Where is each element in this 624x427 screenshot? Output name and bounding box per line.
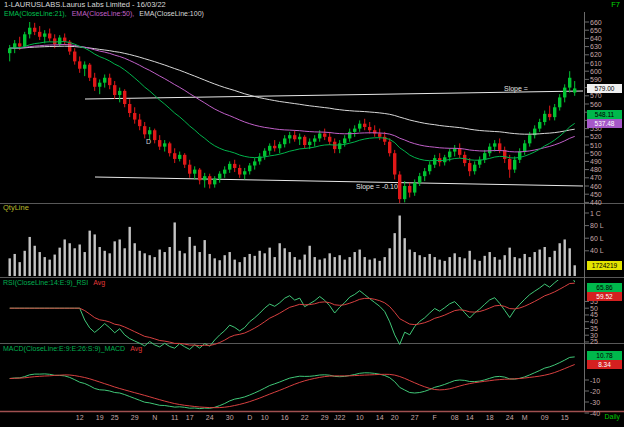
candle-body	[243, 171, 246, 174]
candle-body	[143, 126, 146, 134]
price-tick-label: 560	[590, 101, 602, 108]
date-tick-label: 25	[111, 414, 119, 421]
volume-bar	[404, 238, 406, 276]
candle-body	[293, 135, 296, 139]
lower-trendline	[95, 177, 583, 186]
volume-bar	[299, 260, 301, 276]
volume-bar	[39, 252, 41, 276]
date-tick-label: 09	[541, 414, 549, 421]
candle-body	[178, 155, 181, 159]
candle-body	[288, 135, 291, 138]
upper-trendline-slope-label: Slope =	[504, 85, 528, 93]
volume-bar	[429, 254, 431, 276]
volume-bar	[409, 250, 411, 276]
date-tick-label: 24	[506, 414, 514, 421]
volume-bar	[59, 248, 61, 276]
candle-body	[553, 107, 556, 117]
candle-body	[573, 88, 576, 92]
candle-body	[208, 176, 211, 184]
candle-body	[413, 183, 416, 193]
macd-line-group	[10, 357, 575, 409]
price-tick-label: 470	[590, 174, 602, 181]
volume-bar	[539, 250, 541, 276]
volume-bar	[234, 260, 236, 276]
volume-bar	[559, 243, 561, 276]
candle-body	[248, 166, 251, 172]
volume-bar	[499, 260, 501, 276]
volume-bar	[154, 257, 156, 276]
volume-bar	[179, 251, 181, 276]
volume-bar	[249, 254, 251, 276]
candle-body	[58, 38, 61, 45]
volume-bar	[319, 260, 321, 276]
macd-label: MACD(CloseLine:E:9:E:26:S:9)_MACD	[3, 345, 125, 352]
candle-body	[273, 146, 276, 148]
volume-bar	[544, 247, 546, 276]
date-tick-label: 11	[171, 414, 178, 421]
candle-body	[428, 165, 431, 172]
candle-body	[398, 175, 401, 200]
date-tick-label: 20	[391, 414, 399, 421]
chart-canvas[interactable]: 6606506406306206106005905805705605505405…	[0, 0, 624, 427]
event-marker-d: D	[146, 138, 151, 146]
candle-body	[513, 160, 516, 170]
rsi-panel-labels: RSI(CloseLine:14:E:9)_RSIAvg	[3, 279, 105, 287]
candle-body	[388, 142, 391, 153]
macd-panel-labels: MACD(CloseLine:E:9:E:26:S:9)_MACDAvg	[3, 345, 142, 353]
volume-bar	[164, 252, 166, 276]
ema21-value-box: 548.11	[587, 110, 622, 119]
candle-body	[538, 122, 541, 129]
candle-body	[153, 130, 156, 140]
candle-body	[568, 78, 571, 88]
volume-bar	[214, 258, 216, 276]
volume-bar	[89, 231, 91, 276]
rsi-avg-line	[10, 283, 575, 346]
volume-bar	[69, 243, 71, 276]
price-tick-label: 450	[590, 191, 602, 198]
candle-body	[133, 113, 136, 120]
volume-bar	[189, 237, 191, 276]
volume-bar	[184, 253, 186, 276]
volume-bar	[369, 260, 371, 276]
volume-bar	[159, 250, 161, 276]
ema21-line-group	[10, 42, 575, 161]
chart-title: 1-LAURUSLABS.Laurus Labs Limited - 16/03…	[4, 1, 166, 9]
candle-body	[493, 143, 496, 146]
volume-bar	[464, 258, 466, 276]
candle-body	[23, 34, 26, 46]
volume-bar	[384, 257, 386, 276]
price-tick-label: 440	[590, 199, 602, 206]
volume-bar	[274, 257, 276, 276]
candle-body	[98, 83, 101, 87]
volume-bar	[49, 260, 51, 276]
volume-bar	[79, 245, 81, 277]
timeframe-label: Daily	[604, 413, 620, 421]
price-tick-label: 640	[590, 35, 602, 42]
volume-bar	[254, 256, 256, 276]
candle-body	[308, 142, 311, 145]
candle-body	[28, 28, 31, 35]
macd-line	[10, 357, 575, 409]
volume-bar	[569, 248, 571, 276]
volume-bar	[549, 257, 551, 276]
volume-bar	[139, 251, 141, 276]
volume-bar	[489, 252, 491, 276]
hotkey-hint: F7	[611, 1, 620, 9]
date-tick-label: 18	[486, 414, 494, 421]
candle-body	[468, 163, 471, 171]
volume-bar	[359, 250, 361, 276]
ema50-line	[10, 45, 575, 152]
date-tick-label: 10	[261, 414, 269, 421]
candle-body	[543, 114, 546, 122]
volume-bar	[314, 257, 316, 276]
candle-body	[518, 152, 521, 160]
candle-body	[18, 43, 21, 46]
candle-body	[83, 65, 86, 69]
macd-avg-line-group	[10, 365, 575, 408]
date-tick-label: N	[152, 414, 157, 421]
volume-bar	[289, 252, 291, 276]
macd-avg-value-box: 8.34	[587, 360, 622, 369]
candle-body	[408, 186, 411, 193]
candle-body	[218, 174, 221, 179]
candle-body	[48, 33, 51, 38]
